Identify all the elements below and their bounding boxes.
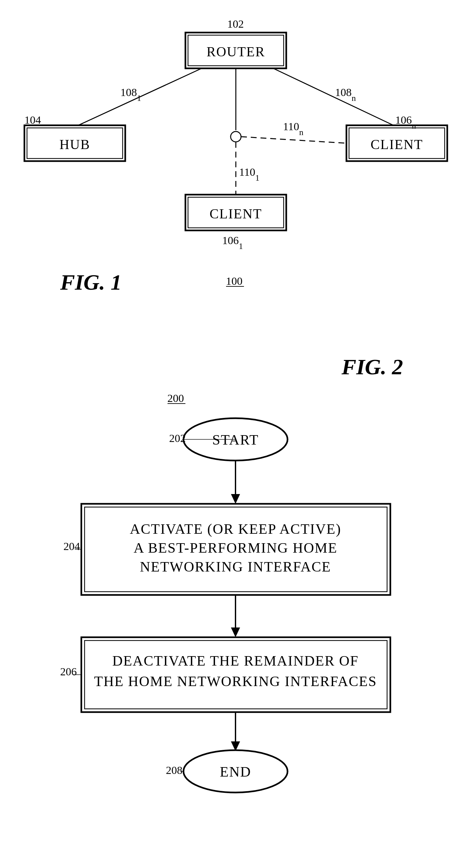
ref-110-1: 1101	[239, 166, 260, 183]
client-right-label: CLIENT	[370, 137, 423, 152]
wireless-junction	[231, 131, 241, 142]
fig2-svg: FIG. 2 200 START 202 ACTIVATE (OR KEEP A…	[0, 342, 471, 856]
arrow-start-204-head	[231, 494, 240, 504]
ref-208: 208	[166, 764, 182, 776]
client-bottom-label: CLIENT	[209, 206, 262, 221]
page: 102 ROUTER 1081 108n HUB 104	[0, 0, 471, 868]
router-label: ROUTER	[207, 44, 265, 59]
ref-206: 206	[60, 665, 77, 678]
hub-label: HUB	[60, 137, 91, 152]
start-label: START	[212, 432, 259, 448]
ref-204: 204	[63, 540, 80, 552]
box206-line2: THE HOME NETWORKING INTERFACES	[94, 673, 377, 689]
arrow-204-206-head	[231, 627, 240, 637]
ref-202: 202	[169, 432, 186, 444]
ref-102: 102	[227, 18, 244, 30]
box204-line1: ACTIVATE (OR KEEP ACTIVE)	[130, 521, 341, 537]
fig2-title: FIG. 2	[341, 354, 403, 379]
box204-line3: NETWORKING INTERFACE	[140, 559, 331, 575]
box204-line2: A BEST-PERFORMING HOME	[134, 540, 338, 556]
ref-110-n: 110n	[283, 120, 303, 137]
box206-line1: DEACTIVATE THE REMAINDER OF	[112, 653, 359, 669]
end-label: END	[220, 764, 251, 780]
dashed-line-110-n	[241, 137, 346, 143]
fig1-container: 102 ROUTER 1081 108n HUB 104	[0, 10, 471, 319]
ref-108-n: 108n	[335, 86, 356, 103]
ref-108-1: 1081	[120, 86, 141, 103]
fig1-svg: 102 ROUTER 1081 108n HUB 104	[0, 10, 471, 319]
ref-104: 104	[24, 114, 41, 126]
ref-100: 100	[226, 275, 243, 287]
fig1-title: FIG. 1	[60, 270, 122, 294]
ref-200: 200	[168, 392, 184, 404]
ref-106-1: 1061	[222, 234, 243, 251]
fig2-container: FIG. 2 200 START 202 ACTIVATE (OR KEEP A…	[0, 342, 471, 856]
